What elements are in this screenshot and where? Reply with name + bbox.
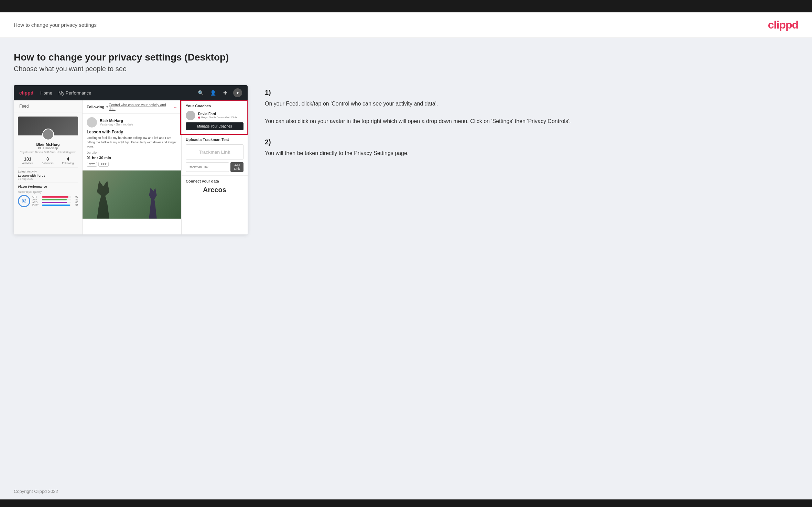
post-tags: OTT APP xyxy=(87,162,177,167)
following-label: Following xyxy=(62,162,74,165)
trackman-section: Upload a Trackman Test Trackman Link Add… xyxy=(182,134,248,176)
add-link-button[interactable]: Add Link xyxy=(230,162,243,172)
tag-ott: OTT xyxy=(87,162,97,167)
instruction-2-text: You will then be taken directly to the P… xyxy=(265,149,798,158)
trackman-input-row: Add Link xyxy=(186,162,243,172)
app-nav-icons: 🔍 👤 ✚ ▼ xyxy=(196,88,242,97)
manage-coaches-button[interactable]: Manage Your Coaches xyxy=(186,122,243,130)
top-bar xyxy=(0,0,812,12)
bar-ott: OTT 90 xyxy=(32,196,78,198)
stat-following: 4 Following xyxy=(62,156,74,165)
app-body: Feed Blair McHarg Plus Handicap Royal No… xyxy=(14,100,248,234)
duration-label: Duration xyxy=(87,151,177,154)
app-sidebar: Feed Blair McHarg Plus Handicap Royal No… xyxy=(14,100,83,234)
golfer-silhouette-2 xyxy=(145,188,161,219)
coach-avatar xyxy=(186,111,195,120)
post-image xyxy=(83,170,181,219)
activities-count: 131 xyxy=(22,156,33,162)
instruction-1: 1) On your Feed, click/tap on 'Control w… xyxy=(265,89,798,126)
main-content: How to change your privacy settings (Des… xyxy=(0,38,812,483)
total-quality-label: Total Player Quality xyxy=(18,190,78,194)
profile-club: Royal North Devon Golf Club, United King… xyxy=(18,151,78,154)
latest-activity-date: 03 Aug 2022 xyxy=(18,177,78,180)
app-logo-text: clippd xyxy=(19,90,33,96)
chevron-down-icon: ▼ xyxy=(106,105,109,109)
post-header: Blair McHarg Yesterday · Sunningdale xyxy=(87,117,177,128)
app-mockup: clippd Home My Performance 🔍 👤 ✚ ▼ Feed xyxy=(14,85,248,234)
app-feed: Following ▼ Control who can see your act… xyxy=(83,100,182,234)
app-nav-links: Home My Performance xyxy=(40,90,189,96)
nav-link-home[interactable]: Home xyxy=(40,90,52,96)
stat-activities: 131 Activities xyxy=(22,156,33,165)
post-meta: Yesterday · Sunningdale xyxy=(100,123,133,126)
post-description: Looking to feel like my hands are exitin… xyxy=(87,136,177,149)
post-title: Lesson with Fordy xyxy=(87,130,177,134)
profile-name: Blair McHarg xyxy=(18,142,78,146)
coach-club: Royal North Devon Golf Club xyxy=(198,116,237,119)
post-author-info: Blair McHarg Yesterday · Sunningdale xyxy=(100,119,133,126)
quality-row: 92 OTT 90 APP 85 xyxy=(18,195,78,207)
feed-top-bar: Following ▼ Control who can see your act… xyxy=(83,100,181,114)
stat-followers: 3 Followers xyxy=(42,156,53,165)
followers-label: Followers xyxy=(42,162,53,165)
trackman-input[interactable] xyxy=(186,162,229,172)
latest-activity-label: Latest Activity xyxy=(18,170,78,173)
instruction-2-number: 2) xyxy=(265,138,798,146)
page-subtitle: Choose what you want people to see xyxy=(14,65,798,73)
bar-putt: PUTT 96 xyxy=(32,204,78,206)
quality-score: 92 xyxy=(18,195,30,207)
coach-row: David Ford Royal North Devon Golf Club xyxy=(186,111,243,120)
player-performance-title: Player Performance xyxy=(18,185,78,188)
breadcrumb: How to change your privacy settings xyxy=(14,22,97,28)
copyright-text: Copyright Clippd 2022 xyxy=(14,489,58,494)
coach-info: David Ford Royal North Devon Golf Club xyxy=(198,112,237,119)
site-header: How to change your privacy settings clip… xyxy=(0,12,812,38)
post-author-name: Blair McHarg xyxy=(100,119,133,123)
quality-bars: OTT 90 APP 85 ARG xyxy=(32,196,78,207)
club-dot-icon xyxy=(198,117,200,119)
connect-section: Connect your data Arccos xyxy=(182,176,248,197)
app-nav-logo: clippd xyxy=(19,90,33,96)
coach-name: David Ford xyxy=(198,112,237,116)
profile-card: Blair McHarg Plus Handicap Royal North D… xyxy=(14,112,82,211)
following-dropdown[interactable]: Following ▼ xyxy=(87,105,109,109)
trackman-title: Upload a Trackman Test xyxy=(186,137,243,142)
coaches-section: Your Coaches David Ford Royal North Devo… xyxy=(182,100,248,134)
app-nav: clippd Home My Performance 🔍 👤 ✚ ▼ xyxy=(14,85,248,100)
following-count: 4 xyxy=(62,156,74,162)
post-avatar xyxy=(87,117,97,128)
bar-app: APP 85 xyxy=(32,198,78,201)
profile-handicap: Plus Handicap xyxy=(18,146,78,150)
coaches-title: Your Coaches xyxy=(186,104,243,108)
feed-post: Blair McHarg Yesterday · Sunningdale Les… xyxy=(83,114,181,170)
content-row: clippd Home My Performance 🔍 👤 ✚ ▼ Feed xyxy=(14,85,798,234)
instruction-2: 2) You will then be taken directly to th… xyxy=(265,138,798,158)
profile-banner xyxy=(18,117,78,135)
golfer-silhouette-1 xyxy=(93,181,113,219)
arrow-right-icon: ← xyxy=(174,105,177,109)
search-icon[interactable]: 🔍 xyxy=(196,88,205,97)
arccos-text: Arccos xyxy=(186,186,243,194)
profile-avatar xyxy=(42,129,54,140)
site-footer: Copyright Clippd 2022 xyxy=(0,483,812,499)
activities-label: Activities xyxy=(22,162,33,165)
bar-arg: ARG 86 xyxy=(32,201,78,203)
tag-app: APP xyxy=(98,162,109,167)
nav-link-performance[interactable]: My Performance xyxy=(58,90,91,96)
privacy-control-link[interactable]: Control who can see your activity and da… xyxy=(109,103,172,111)
connect-title: Connect your data xyxy=(186,179,243,183)
page-title: How to change your privacy settings (Des… xyxy=(14,52,798,63)
bottom-bar xyxy=(0,499,812,507)
profile-stats: 131 Activities 3 Followers 4 Following xyxy=(18,156,78,165)
followers-count: 3 xyxy=(42,156,53,162)
app-right-panel: Your Coaches David Ford Royal North Devo… xyxy=(182,100,248,234)
trackman-link-display: Trackman Link xyxy=(186,144,243,159)
avatar-button[interactable]: ▼ xyxy=(233,88,242,97)
instructions-column: 1) On your Feed, click/tap on 'Control w… xyxy=(261,85,798,170)
plus-icon[interactable]: ✚ xyxy=(221,88,230,97)
duration-value: 01 hr : 30 min xyxy=(87,156,177,160)
instruction-1-text: On your Feed, click/tap on 'Control who … xyxy=(265,99,798,126)
latest-activity-title: Lesson with Fordy xyxy=(18,174,78,177)
feed-tab: Feed xyxy=(14,100,82,112)
user-icon[interactable]: 👤 xyxy=(208,88,217,97)
